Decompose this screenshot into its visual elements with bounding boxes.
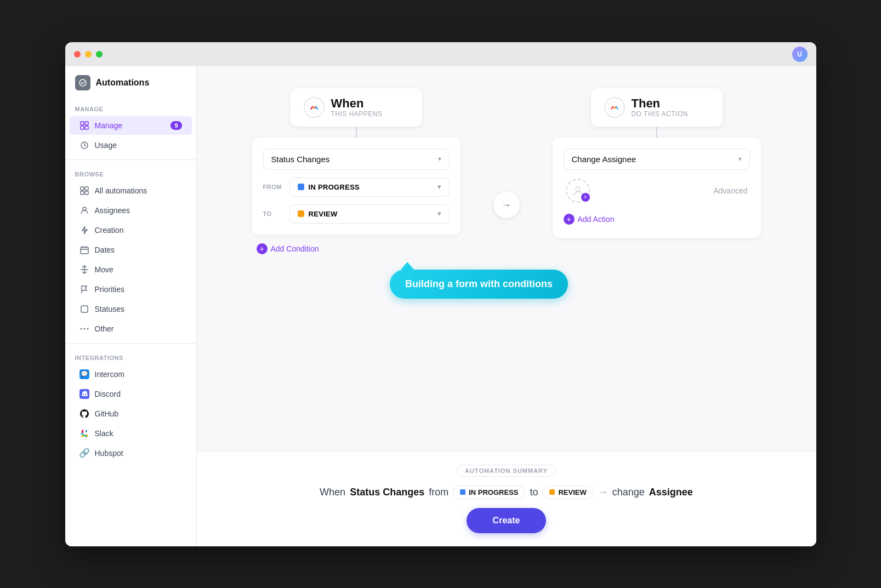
- assignee-placeholder: + Advanced: [564, 170, 750, 212]
- avatar[interactable]: U: [792, 47, 808, 62]
- trigger-form-card: Status Changes ▾ FROM IN PROGRESS: [252, 138, 461, 235]
- connector-top-when: [356, 127, 357, 138]
- when-subtitle: THIS HAPPENS: [331, 110, 383, 118]
- svg-point-10: [83, 207, 86, 210]
- create-button[interactable]: Create: [467, 508, 547, 533]
- hubspot-icon: 🔗: [79, 448, 89, 458]
- lightning-icon: [79, 225, 89, 235]
- intercom-icon: 💬: [79, 369, 89, 379]
- automations-icon: [75, 75, 90, 90]
- sidebar-item-assignees[interactable]: Assignees: [70, 201, 192, 220]
- action-select[interactable]: Change Assignee ▾: [564, 149, 750, 170]
- from-status-label: IN PROGRESS: [309, 183, 360, 191]
- tooltip-bubble: Building a form with conditions: [390, 270, 568, 299]
- add-condition-button[interactable]: + Add Condition: [252, 241, 319, 256]
- svg-point-18: [576, 187, 580, 191]
- then-text-group: Then DO THIS ACTION: [632, 97, 688, 118]
- add-condition-plus-icon: +: [257, 243, 268, 254]
- intercom-label: Intercom: [95, 370, 124, 379]
- sidebar-item-dates[interactable]: Dates: [70, 241, 192, 259]
- svg-point-16: [308, 101, 320, 113]
- svg-rect-2: [85, 122, 88, 125]
- sidebar-item-github[interactable]: GitHub: [70, 404, 192, 423]
- canvas-area: When THIS HAPPENS Status Changes ▾: [197, 66, 816, 451]
- app-window: U Automations MANAGE: [65, 42, 816, 546]
- from-label: FROM: [263, 184, 283, 190]
- summary-change-text: change: [612, 487, 645, 498]
- svg-rect-4: [85, 126, 88, 129]
- sidebar-item-other[interactable]: Other: [70, 319, 192, 338]
- discord-icon: [79, 389, 89, 399]
- maximize-button[interactable]: [96, 51, 103, 58]
- advanced-button[interactable]: Advanced: [713, 186, 747, 195]
- summary-status-changes: Status Changes: [350, 487, 424, 498]
- add-assignee-avatar[interactable]: +: [566, 179, 590, 203]
- to-status-select[interactable]: REVIEW ▾: [289, 204, 450, 224]
- arrow-circle: →: [493, 192, 520, 218]
- dates-label: Dates: [95, 246, 115, 254]
- review-dot: [298, 210, 304, 217]
- summary-arrow-icon: →: [598, 487, 608, 498]
- sidebar: Automations MANAGE Manage 9: [65, 66, 197, 546]
- sidebar-item-manage[interactable]: Manage 9: [70, 116, 192, 135]
- summary-to-text: to: [530, 487, 538, 498]
- discord-label: Discord: [95, 390, 121, 398]
- right-arrow-icon: →: [502, 199, 511, 211]
- to-label: TO: [263, 210, 283, 217]
- review-summary-badge: REVIEW: [542, 486, 593, 499]
- from-row: FROM IN PROGRESS ▾: [263, 178, 450, 197]
- sidebar-item-discord[interactable]: Discord: [70, 385, 192, 403]
- sidebar-item-slack[interactable]: Slack: [70, 424, 192, 443]
- dots-icon: [79, 324, 89, 334]
- then-logo: [604, 97, 625, 118]
- svg-rect-11: [81, 247, 88, 254]
- trigger-select-value: Status Changes: [271, 155, 330, 164]
- in-progress-summary-dot: [460, 489, 465, 495]
- app-body: Automations MANAGE Manage 9: [65, 66, 816, 546]
- svg-rect-9: [85, 191, 88, 195]
- tooltip-arrow: [401, 262, 414, 270]
- to-chevron-icon: ▾: [437, 210, 441, 218]
- when-card: When THIS HAPPENS: [291, 88, 422, 127]
- browse-section-label: BROWSE: [65, 164, 196, 181]
- github-icon: [79, 409, 89, 419]
- chevron-down-icon: ▾: [438, 155, 441, 163]
- sidebar-item-priorities[interactable]: Priorities: [70, 280, 192, 299]
- then-title: Then: [632, 97, 688, 110]
- manage-badge: 9: [170, 121, 181, 130]
- minimize-button[interactable]: [85, 51, 92, 58]
- add-action-button[interactable]: + Add Action: [564, 212, 750, 227]
- sidebar-item-creation[interactable]: Creation: [70, 221, 192, 239]
- in-progress-summary-badge: IN PROGRESS: [453, 486, 525, 499]
- grid2-icon: [79, 186, 89, 196]
- from-status-select[interactable]: IN PROGRESS ▾: [289, 178, 450, 197]
- trigger-select[interactable]: Status Changes ▾: [263, 149, 450, 170]
- svg-rect-12: [81, 306, 88, 312]
- sidebar-item-all-automations[interactable]: All automations: [70, 181, 192, 200]
- to-status-label: REVIEW: [309, 210, 338, 218]
- calendar-icon: [79, 245, 89, 255]
- when-logo: [304, 97, 325, 118]
- sidebar-item-intercom[interactable]: 💬 Intercom: [70, 365, 192, 384]
- other-label: Other: [95, 324, 114, 333]
- sidebar-item-hubspot[interactable]: 🔗 Hubspot: [70, 444, 192, 463]
- svg-point-14: [83, 328, 85, 329]
- svg-rect-7: [85, 187, 88, 190]
- when-text-group: When THIS HAPPENS: [331, 97, 383, 118]
- review-summary-label: REVIEW: [558, 488, 586, 496]
- move-label: Move: [95, 265, 113, 274]
- move-icon: [79, 265, 89, 275]
- close-button[interactable]: [74, 51, 81, 58]
- sidebar-item-statuses[interactable]: Statuses: [70, 300, 192, 318]
- hubspot-label: Hubspot: [95, 449, 123, 458]
- action-chevron-icon: ▾: [738, 155, 742, 163]
- add-action-plus-icon: +: [564, 214, 575, 225]
- from-status-left: IN PROGRESS: [298, 183, 360, 191]
- sidebar-item-move[interactable]: Move: [70, 260, 192, 279]
- sidebar-item-usage[interactable]: Usage: [70, 136, 192, 155]
- person-icon: [79, 205, 89, 215]
- when-title: When: [331, 97, 383, 110]
- manage-section-label: MANAGE: [65, 99, 196, 116]
- from-chevron-icon: ▾: [437, 183, 441, 191]
- then-card: Then DO THIS ACTION: [591, 88, 723, 127]
